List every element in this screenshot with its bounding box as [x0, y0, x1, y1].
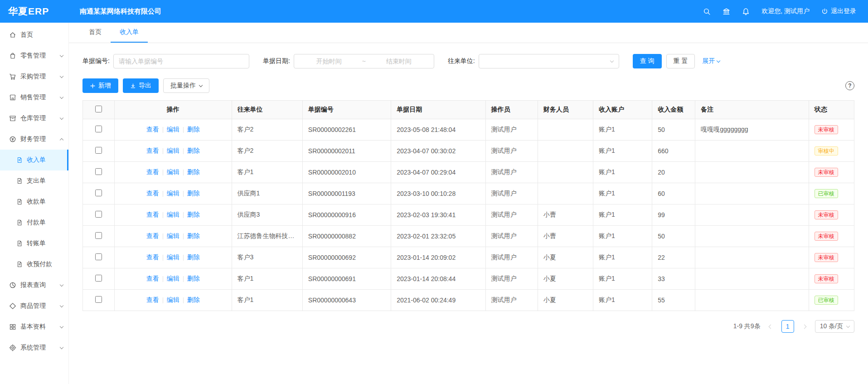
edit-link[interactable]: 编辑	[167, 126, 179, 133]
search-button[interactable]: 查 询	[633, 54, 662, 68]
page-size-select[interactable]: 10 条/页	[815, 320, 854, 333]
remark-cell	[695, 247, 809, 268]
delete-link[interactable]: 删除	[187, 190, 200, 197]
status-cell: 未审核	[809, 268, 854, 290]
delete-link[interactable]: 删除	[187, 168, 200, 175]
actions-cell: 查看编辑删除	[115, 204, 232, 226]
sidebar-item-label: 付款单	[27, 219, 46, 227]
finance-staff-cell: 小曹	[538, 204, 593, 226]
view-link[interactable]: 查看	[146, 190, 159, 197]
column-header-partner: 往来单位	[232, 101, 302, 119]
help-icon[interactable]	[845, 81, 854, 90]
row-checkbox[interactable]	[95, 211, 102, 218]
row-checkbox[interactable]	[95, 296, 102, 303]
link-separator	[163, 170, 163, 175]
row-checkbox[interactable]	[95, 275, 102, 282]
status-cell: 审核中	[809, 141, 854, 162]
bill-no-input[interactable]	[113, 54, 249, 68]
row-checkbox[interactable]	[95, 147, 102, 154]
chevron-down-icon	[846, 324, 850, 327]
view-link[interactable]: 查看	[146, 253, 159, 261]
end-date-input[interactable]	[368, 58, 430, 65]
edit-link[interactable]: 编辑	[167, 147, 179, 154]
sidebar-item-income-order[interactable]: 收入单	[0, 150, 68, 170]
income-table-body: 查看编辑删除 客户2 SR00000002261 2023-05-08 21:4…	[83, 119, 854, 311]
operator-cell: 测试用户	[485, 162, 538, 183]
chevron-left-icon	[769, 324, 773, 329]
sidebar-item-advance-payment[interactable]: 收预付款	[0, 254, 68, 275]
chevron-down-icon	[60, 53, 63, 57]
edit-link[interactable]: 编辑	[167, 190, 179, 197]
sidebar-item-sales[interactable]: 销售管理	[0, 87, 68, 108]
view-link[interactable]: 查看	[146, 147, 159, 154]
view-link[interactable]: 查看	[146, 296, 159, 303]
export-button[interactable]: 导出	[123, 78, 159, 93]
row-checkbox[interactable]	[95, 232, 102, 239]
view-link[interactable]: 查看	[146, 232, 159, 239]
delete-link[interactable]: 删除	[187, 253, 200, 261]
batch-actions-button[interactable]: 批量操作	[163, 78, 209, 93]
sidebar-item-receipt-order[interactable]: 收款单	[0, 191, 68, 212]
sidebar-item-transfer-order[interactable]: 转账单	[0, 233, 68, 254]
expand-link[interactable]: 展开	[702, 57, 720, 65]
add-button[interactable]: 新增	[82, 78, 118, 93]
partner-select[interactable]	[479, 54, 619, 68]
row-checkbox[interactable]	[95, 253, 102, 260]
partner-cell: 客户1	[232, 268, 302, 290]
page-size-label: 10 条/页	[820, 322, 843, 331]
delete-link[interactable]: 删除	[187, 147, 200, 154]
sidebar-item-reports[interactable]: 报表查询	[0, 275, 68, 296]
app-logo: 华夏ERP	[0, 5, 69, 18]
status-badge: 未审核	[815, 168, 838, 177]
logout-button[interactable]: 退出登录	[821, 7, 856, 15]
view-link[interactable]: 查看	[146, 275, 159, 282]
sidebar-item-purchase[interactable]: 采购管理	[0, 66, 68, 87]
page-number-button[interactable]: 1	[781, 320, 794, 333]
operator-cell: 测试用户	[485, 183, 538, 204]
reset-button[interactable]: 重 置	[666, 54, 695, 68]
link-separator	[163, 212, 163, 218]
view-link[interactable]: 查看	[146, 168, 159, 175]
delete-link[interactable]: 删除	[187, 211, 200, 218]
view-link[interactable]: 查看	[146, 211, 159, 218]
next-page-button[interactable]	[799, 321, 810, 332]
bill-no-cell: SR00000000691	[302, 268, 391, 290]
select-all-checkbox[interactable]	[95, 106, 102, 112]
bank-icon[interactable]	[723, 8, 730, 15]
sidebar-item-expense-order[interactable]: 支出单	[0, 170, 68, 191]
account-cell: 账户1	[593, 268, 652, 290]
date-range-picker[interactable]: ~	[294, 54, 434, 68]
start-date-input[interactable]	[298, 58, 360, 65]
row-checkbox[interactable]	[95, 168, 102, 175]
row-checkbox[interactable]	[95, 190, 102, 196]
delete-link[interactable]: 删除	[187, 296, 200, 303]
row-checkbox[interactable]	[95, 126, 102, 132]
bell-icon[interactable]	[742, 8, 750, 15]
edit-link[interactable]: 编辑	[167, 168, 179, 175]
sidebar-item-retail[interactable]: 零售管理	[0, 45, 68, 66]
prev-page-button[interactable]	[765, 321, 777, 332]
delete-link[interactable]: 删除	[187, 275, 200, 282]
sidebar-item-basic-data[interactable]: 基本资料	[0, 316, 68, 337]
sidebar-item-system[interactable]: 系统管理	[0, 337, 68, 358]
edit-link[interactable]: 编辑	[167, 232, 179, 239]
search-icon[interactable]	[703, 8, 711, 15]
edit-link[interactable]: 编辑	[167, 296, 179, 303]
operator-cell: 测试用户	[485, 119, 538, 141]
tab-income-order[interactable]: 收入单	[111, 23, 148, 43]
sidebar-item-home[interactable]: 首页	[0, 24, 68, 45]
view-link[interactable]: 查看	[146, 126, 159, 133]
sidebar-item-payment-order[interactable]: 付款单	[0, 212, 68, 233]
delete-link[interactable]: 删除	[187, 126, 200, 133]
delete-link[interactable]: 删除	[187, 232, 200, 239]
sidebar-item-finance[interactable]: 财务管理	[0, 129, 68, 150]
edit-link[interactable]: 编辑	[167, 275, 179, 282]
sidebar-item-warehouse[interactable]: 仓库管理	[0, 108, 68, 129]
plus-icon	[90, 83, 96, 89]
tab-home[interactable]: 首页	[80, 23, 111, 43]
sidebar-item-goods[interactable]: 商品管理	[0, 296, 68, 316]
edit-link[interactable]: 编辑	[167, 211, 179, 218]
amount-cell: 20	[652, 162, 695, 183]
document-icon	[16, 219, 23, 226]
edit-link[interactable]: 编辑	[167, 253, 179, 261]
